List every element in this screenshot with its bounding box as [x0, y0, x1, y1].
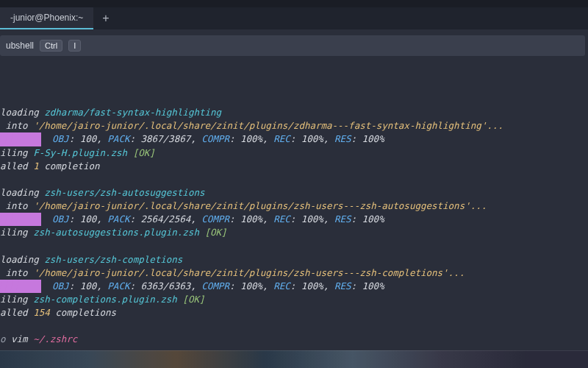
compiling-line: iling zsh-completions.plugin.zsh [OK]	[0, 293, 588, 306]
loading-line: loading zsh-users/zsh-completions	[0, 253, 588, 266]
blank-line	[0, 239, 588, 252]
tab-title: -junior@Phoenix:~	[10, 13, 83, 23]
prompt-line: o vim ~/.zshrc	[0, 333, 588, 346]
loading-line: loading zsh-users/zsh-autosuggestions	[0, 186, 588, 199]
tab-bar: -junior@Phoenix:~ +	[0, 7, 588, 29]
window-titlebar	[0, 0, 588, 7]
prompt-cmd: vim	[11, 333, 33, 344]
path-line: into '/home/jairo-junior/.local/share/zi…	[0, 199, 588, 213]
hint-text: ubshell	[6, 40, 34, 51]
stats-line: ███ OBJ: 100, PACK: 3867/3867, COMPR: 10…	[0, 132, 588, 146]
terminal-output[interactable]: loading zdharma/fast-syntax-highlighting…	[0, 56, 588, 360]
compiling-line: iling F-Sy-H.plugin.zsh [OK]	[0, 146, 588, 160]
path-line: into '/home/jairo-junior/.local/share/zi…	[0, 119, 588, 132]
installed-line: alled 154 completions	[0, 306, 588, 319]
new-tab-button[interactable]: +	[93, 12, 118, 25]
installed-line: alled 1 completion	[0, 160, 588, 173]
loading-line: loading zdharma/fast-syntax-highlighting	[0, 106, 588, 119]
prompt-arg: ~/.zshrc	[33, 333, 77, 344]
stats-line: ███ OBJ: 100, PACK: 2564/2564, COMPR: 10…	[0, 213, 588, 226]
desktop-taskbar[interactable]	[0, 350, 588, 368]
terminal-tab[interactable]: -junior@Phoenix:~	[0, 7, 93, 29]
hint-bar: ubshell Ctrl I	[0, 35, 585, 56]
kbd-ctrl: Ctrl	[40, 40, 62, 52]
stats-line: ███ OBJ: 100, PACK: 6363/6363, COMPR: 10…	[0, 280, 588, 293]
prompt-prefix: o	[0, 333, 11, 344]
plus-icon: +	[102, 12, 109, 24]
blank-line	[0, 173, 588, 186]
path-line: into '/home/jairo-junior/.local/share/zi…	[0, 266, 588, 280]
compiling-line: iling zsh-autosuggestions.plugin.zsh [OK…	[0, 226, 588, 239]
kbd-i: I	[68, 40, 81, 52]
